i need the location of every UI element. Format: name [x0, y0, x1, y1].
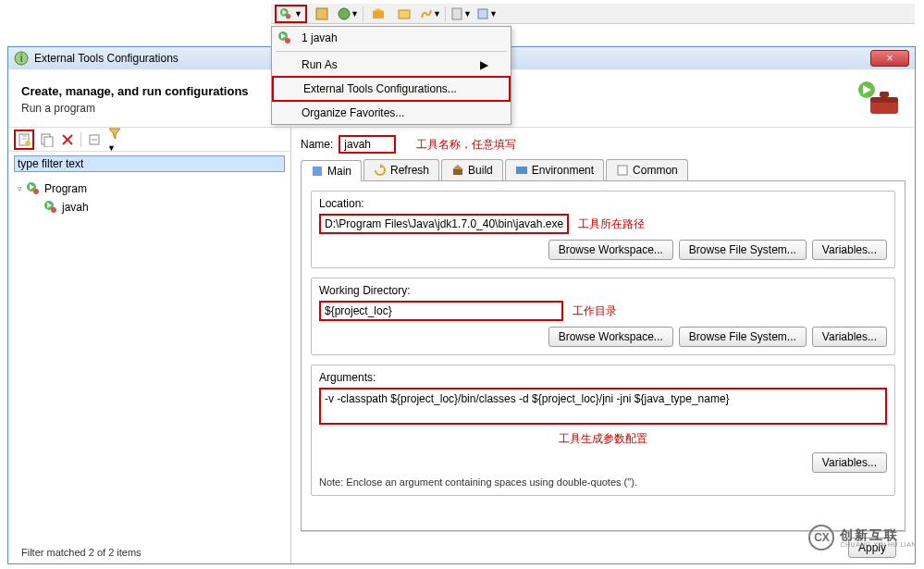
tree-label: javah — [62, 201, 89, 214]
menu-item-javah[interactable]: 1 javah — [272, 27, 511, 49]
expand-icon[interactable]: ▿ — [18, 184, 22, 193]
toolbar-icon[interactable] — [393, 6, 415, 22]
svg-rect-18 — [880, 92, 889, 97]
tree-node-program[interactable]: ▿ Program — [18, 179, 281, 198]
toolbar-icon[interactable]: ▼ — [475, 6, 498, 22]
arguments-textarea[interactable] — [319, 388, 887, 425]
run-toolbox-icon — [850, 79, 902, 119]
browse-workspace-button[interactable]: Browse Workspace... — [548, 327, 673, 347]
svg-rect-6 — [399, 10, 410, 19]
run-dropdown-menu: 1 javah Run As ▶ External Tools Configur… — [271, 26, 511, 125]
arguments-label: Arguments: — [319, 371, 887, 388]
tab-environment[interactable]: Environment — [505, 159, 604, 180]
variables-button[interactable]: Variables... — [812, 452, 887, 473]
filter-button[interactable]: ▼ — [107, 128, 122, 154]
annotation-arguments: 工具生成参数配置 — [319, 427, 887, 447]
svg-point-31 — [33, 189, 39, 194]
dialog-title: External Tools Configurations — [34, 52, 179, 65]
menu-label: Organize Favorites... — [302, 106, 404, 119]
menu-label: External Tools Configurations... — [303, 82, 457, 95]
workdir-input[interactable]: ${project_loc} — [319, 301, 563, 321]
menu-item-external-tools-config[interactable]: External Tools Configurations... — [272, 76, 511, 102]
menu-item-organize-favorites[interactable]: Organize Favorites... — [272, 102, 511, 124]
workdir-group: Working Directory: ${project_loc} 工作目录 B… — [311, 278, 895, 355]
left-pane: ▼ ▿ Program javah Filter matched 2 of 2 … — [8, 128, 291, 563]
submenu-arrow-icon: ▶ — [480, 58, 488, 71]
svg-point-4 — [339, 8, 350, 19]
svg-rect-35 — [313, 167, 322, 176]
svg-point-34 — [51, 207, 56, 213]
tab-main[interactable]: Main — [301, 160, 362, 181]
delete-config-button[interactable] — [60, 132, 75, 147]
location-input[interactable]: D:\Program Files\Java\jdk1.7.0_40\bin\ja… — [319, 214, 569, 234]
app-toolbar: ▼ ▼ ▼ ▼ ▼ — [271, 4, 915, 24]
annotation-name: 工具名称，任意填写 — [416, 137, 516, 153]
variables-button[interactable]: Variables... — [812, 240, 887, 260]
menu-item-run-as[interactable]: Run As ▶ — [272, 54, 511, 76]
svg-point-22 — [25, 141, 31, 146]
location-label: Location: — [319, 197, 887, 214]
svg-rect-37 — [453, 169, 462, 175]
filter-status: Filter matched 2 of 2 items — [21, 547, 142, 558]
close-button[interactable]: × — [870, 50, 909, 67]
collapse-all-button[interactable] — [87, 132, 102, 147]
filter-input[interactable] — [14, 155, 285, 172]
header-subtitle: Run a program — [21, 102, 249, 115]
watermark: CX 创新互联 CHUANG XIN HU LIAN — [808, 525, 917, 550]
tab-main-content: Location: D:\Program Files\Java\jdk1.7.0… — [301, 181, 906, 531]
browse-filesystem-button[interactable]: Browse File System... — [679, 327, 807, 347]
variables-button[interactable]: Variables... — [812, 327, 887, 347]
svg-point-11 — [285, 38, 290, 43]
svg-rect-7 — [452, 8, 462, 19]
tab-refresh[interactable]: Refresh — [363, 159, 439, 180]
tab-bar: Main Refresh Build Environment Common — [301, 159, 906, 181]
watermark-en: CHUANG XIN HU LIAN — [840, 541, 917, 548]
left-toolbar: ▼ — [8, 128, 290, 152]
annotation-workdir: 工作目录 — [573, 303, 617, 319]
arguments-group: Arguments: 工具生成参数配置 Variables... Note: E… — [311, 365, 895, 496]
run-external-dropdown-button[interactable]: ▼ — [275, 5, 307, 23]
svg-rect-17 — [870, 97, 898, 103]
right-pane: Name: javah 工具名称，任意填写 Main Refresh Build… — [291, 128, 915, 563]
name-input[interactable]: javah — [339, 135, 396, 154]
new-config-button[interactable] — [14, 130, 34, 150]
arguments-note: Note: Enclose an argument containing spa… — [319, 473, 887, 488]
browse-filesystem-button[interactable]: Browse File System... — [679, 240, 807, 260]
toolbar-icon[interactable]: ▼ — [419, 6, 441, 22]
tree-label: Program — [44, 182, 87, 195]
svg-rect-8 — [478, 9, 487, 19]
svg-marker-38 — [452, 165, 463, 169]
menu-label: 1 javah — [302, 31, 338, 44]
svg-point-2 — [286, 14, 290, 19]
toolbar-icon[interactable] — [367, 6, 389, 22]
svg-text:i: i — [20, 52, 23, 65]
name-label: Name: — [301, 138, 333, 151]
tab-build[interactable]: Build — [441, 159, 503, 180]
watermark-zh: 创新互联 — [840, 528, 917, 541]
toolbar-icon[interactable]: ▼ — [450, 6, 472, 22]
location-group: Location: D:\Program Files\Java\jdk1.7.0… — [311, 191, 895, 268]
tab-common[interactable]: Common — [606, 159, 688, 180]
annotation-location: 工具所在路径 — [578, 216, 645, 232]
header-title: Create, manage, and run configurations — [21, 84, 249, 98]
menu-label: Run As — [302, 58, 338, 71]
svg-rect-5 — [373, 11, 384, 19]
browse-workspace-button[interactable]: Browse Workspace... — [548, 240, 673, 260]
toolbar-icon[interactable] — [311, 6, 333, 22]
tree-node-javah[interactable]: javah — [43, 198, 281, 216]
duplicate-config-button[interactable] — [40, 132, 55, 147]
svg-rect-3 — [316, 8, 327, 19]
toolbar-icon[interactable]: ▼ — [337, 6, 359, 22]
dialog-icon: i — [14, 51, 29, 66]
svg-rect-24 — [44, 137, 53, 147]
menu-separator — [276, 51, 507, 52]
workdir-label: Working Directory: — [319, 284, 887, 301]
config-tree: ▿ Program javah — [8, 176, 290, 563]
watermark-logo-icon: CX — [808, 525, 834, 550]
svg-rect-40 — [618, 166, 627, 175]
svg-rect-39 — [516, 167, 527, 174]
